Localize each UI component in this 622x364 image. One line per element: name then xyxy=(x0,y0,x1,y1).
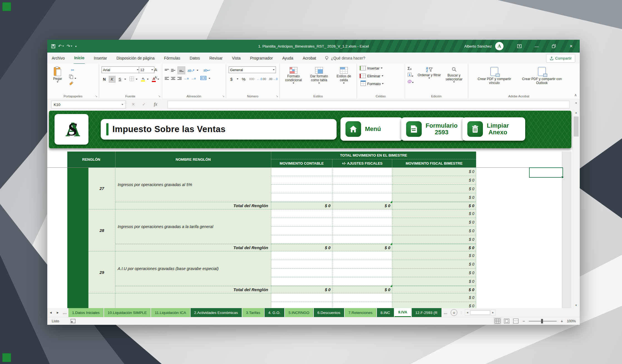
font-color-dropdown[interactable] xyxy=(157,79,159,80)
hscroll-right-icon[interactable]: ► xyxy=(491,311,495,314)
clear-icon[interactable] xyxy=(408,80,414,84)
sheet-tab-datos-iniciales[interactable]: 1.Datos Iniciales xyxy=(68,308,103,317)
total-fiscal-cell[interactable]: $ 0 xyxy=(392,202,476,209)
fiscal-value-cell[interactable]: $ 0 xyxy=(392,251,476,260)
sheet-tab-f2593[interactable]: 12.F-2593 (R xyxy=(412,308,441,317)
input-cell[interactable] xyxy=(271,176,332,185)
conditional-formatting-button[interactable]: Formato condicional xyxy=(281,67,306,84)
borders-icon[interactable] xyxy=(129,76,134,82)
minimize-button[interactable]: — xyxy=(528,40,545,53)
horizontal-scroll-thumb[interactable] xyxy=(470,310,490,315)
font-size-select[interactable]: 12 xyxy=(139,66,154,73)
input-cell[interactable] xyxy=(271,260,332,269)
input-cell[interactable] xyxy=(271,269,332,277)
tab-programador[interactable]: Programador xyxy=(250,53,273,64)
align-center-icon[interactable] xyxy=(171,77,175,80)
input-cell[interactable] xyxy=(271,185,332,193)
fiscal-value-cell[interactable]: $ 0 xyxy=(392,277,476,286)
fiscal-value-cell[interactable]: $ 0 xyxy=(392,218,476,227)
clear-annex-button[interactable]: LimpiarAnexo xyxy=(462,117,525,141)
total-ajustes-cell[interactable]: $ 0 xyxy=(332,202,392,209)
create-pdf-link-button[interactable]: Crear PDF y compartir vínculo xyxy=(473,67,515,85)
italic-button[interactable]: K xyxy=(109,76,115,83)
input-cell[interactable] xyxy=(332,176,392,185)
increase-decimal-icon[interactable]: ←.0.00 xyxy=(257,76,266,82)
user-avatar[interactable]: A xyxy=(495,42,503,50)
orientation-dropdown[interactable] xyxy=(197,70,198,71)
hscroll-left-icon[interactable]: ◄ xyxy=(465,311,470,314)
fill-color-icon[interactable] xyxy=(141,77,145,81)
fiscal-value-cell[interactable]: $ 0 xyxy=(392,209,476,218)
currency-dropdown[interactable] xyxy=(237,78,238,80)
active-cell-K10[interactable] xyxy=(529,167,563,178)
expand-formula-bar-icon[interactable] xyxy=(575,103,577,104)
input-cell[interactable] xyxy=(332,218,392,227)
font-name-select[interactable]: Arial xyxy=(102,66,140,73)
tab-formulas[interactable]: Fórmulas xyxy=(164,53,181,64)
orientation-icon[interactable]: ab↗ xyxy=(187,68,194,73)
decrease-indent-icon[interactable]: ←≡ xyxy=(184,77,189,80)
input-cell[interactable] xyxy=(332,209,392,218)
input-cell[interactable] xyxy=(271,227,332,235)
underline-button[interactable]: S xyxy=(117,76,123,82)
normal-view-icon[interactable] xyxy=(495,319,500,323)
increase-font-icon[interactable]: Aˆ xyxy=(153,66,159,73)
fiscal-value-cell[interactable]: $ 0 xyxy=(392,260,476,269)
zoom-level[interactable]: 100% xyxy=(567,319,576,323)
cell-styles-button[interactable]: Estilos de celda xyxy=(332,67,355,84)
total-renglon-label[interactable]: Total del Renglón xyxy=(115,202,271,209)
insert-function-icon[interactable]: fx xyxy=(151,101,160,108)
renglon-name[interactable]: Ingresos por operaciones gravadas a la t… xyxy=(115,209,271,244)
fill-icon[interactable] xyxy=(408,73,414,78)
sheet-tabs-more[interactable]: … xyxy=(442,308,449,317)
menu-button[interactable]: Menú xyxy=(340,117,403,141)
fill-color-dropdown[interactable] xyxy=(147,79,149,80)
sheet-tab-inc[interactable]: 8.INC xyxy=(377,308,394,317)
customize-quick-access-icon[interactable]: ▾ xyxy=(75,45,76,48)
align-bottom-icon[interactable] xyxy=(177,66,185,74)
renglon-name[interactable]: A.I.U por operaciones gravadas (base gra… xyxy=(115,251,271,286)
align-left-icon[interactable] xyxy=(165,77,169,80)
desktop-icon[interactable] xyxy=(2,353,11,362)
formula-input[interactable] xyxy=(167,101,570,108)
user-name[interactable]: Alberto Sánchez xyxy=(464,44,492,48)
close-button[interactable]: × xyxy=(562,40,580,53)
input-cell[interactable] xyxy=(332,260,392,269)
input-cell[interactable] xyxy=(271,235,332,244)
page-break-view-icon[interactable] xyxy=(513,319,519,323)
underline-dropdown[interactable] xyxy=(124,79,126,80)
fiscal-value-cell[interactable]: $ 0 xyxy=(392,293,476,302)
form-2593-button[interactable]: Formulario2593 xyxy=(401,117,466,141)
total-contable-cell[interactable]: $ 0 xyxy=(271,244,332,251)
total-ajustes-cell[interactable]: $ 0 xyxy=(332,244,392,251)
sheet-tab-tarifas[interactable]: 3.Tarifas xyxy=(242,308,264,317)
undo-icon[interactable]: ↶ xyxy=(58,44,64,49)
renglon-number[interactable]: 29 xyxy=(88,251,115,293)
share-button[interactable]: Compartir xyxy=(546,54,575,63)
format-painter-icon[interactable] xyxy=(69,81,76,86)
input-cell[interactable] xyxy=(332,235,392,244)
tab-insertar[interactable]: Insertar xyxy=(93,53,107,64)
input-cell[interactable] xyxy=(332,302,392,308)
tab-disposicion[interactable]: Disposición de página xyxy=(116,53,155,64)
delete-cells-button[interactable]: Eliminar xyxy=(361,74,383,78)
zoom-out-icon[interactable]: − xyxy=(522,319,525,323)
renglon-name[interactable] xyxy=(115,293,271,308)
merge-center-icon[interactable] xyxy=(200,76,206,81)
number-format-select[interactable]: General xyxy=(229,66,276,73)
sheet-nav-right-icon[interactable]: ► xyxy=(54,308,61,317)
input-cell[interactable] xyxy=(271,277,332,286)
scroll-down-icon[interactable]: ▼ xyxy=(573,303,579,308)
vertical-scrollbar[interactable]: ▲ ▼ xyxy=(572,110,579,308)
total-contable-cell[interactable]: $ 0 xyxy=(271,202,332,209)
renglon-number[interactable]: 27 xyxy=(88,167,115,209)
fiscal-value-cell[interactable]: $ 0 xyxy=(392,185,476,193)
page-layout-view-icon[interactable] xyxy=(504,319,509,323)
renglon-number[interactable] xyxy=(88,293,115,308)
fiscal-value-cell[interactable]: $ 0 xyxy=(392,176,476,185)
create-pdf-outlook-button[interactable]: Crear PDF y compartir con Outlook xyxy=(517,67,567,85)
tab-acrobat[interactable]: Acrobat xyxy=(302,53,317,64)
find-select-button[interactable]: Buscar y seleccionar xyxy=(441,67,466,83)
input-cell[interactable] xyxy=(332,185,392,193)
sheet-tab-go[interactable]: 4. G.O. xyxy=(265,308,284,317)
